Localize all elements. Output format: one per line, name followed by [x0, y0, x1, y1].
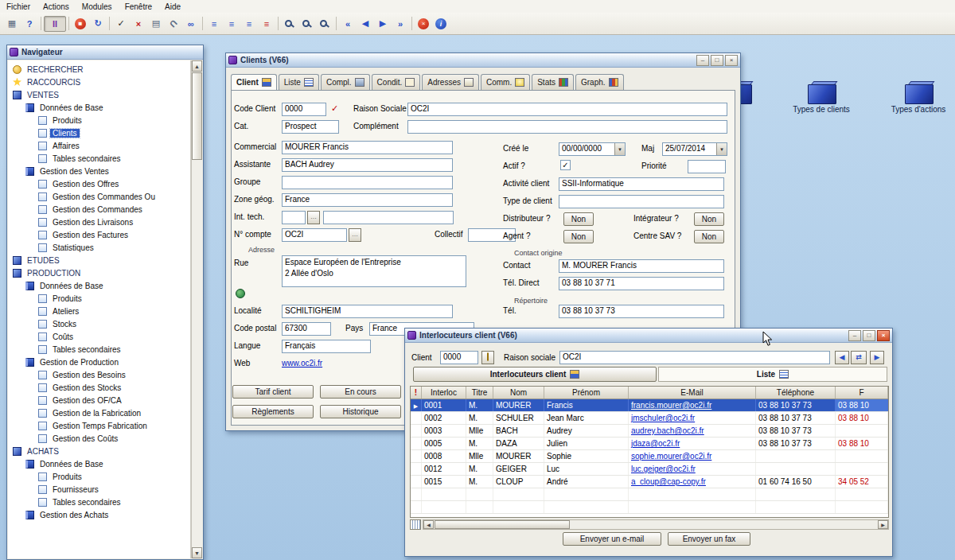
cell-email[interactable]: a_cloup@cap-copy.fr	[629, 476, 756, 488]
tree-item[interactable]: Gestion des OF/CA	[8, 394, 190, 406]
tel-direct-field[interactable]: 03 88 10 37 71	[559, 277, 724, 290]
cell-fax[interactable]	[836, 425, 888, 437]
info-icon[interactable]: i	[432, 16, 450, 32]
print-icon[interactable]: ▤	[147, 16, 165, 32]
maj-field[interactable]: 25/07/2014▼	[662, 142, 727, 156]
cree-le-field[interactable]: 00/00/0000▼	[559, 142, 626, 156]
cell-num[interactable]: 0012	[422, 463, 466, 475]
menu-fenetre[interactable]: Fenêtre	[119, 1, 158, 13]
filtered-list-icon[interactable]: ≡	[258, 16, 275, 32]
cell-prenom[interactable]: Francis	[544, 399, 629, 411]
scroll-left-icon[interactable]: ◀	[423, 520, 434, 529]
maximize-button[interactable]: □	[711, 55, 723, 66]
stop-icon[interactable]: ×	[415, 16, 432, 32]
tree-item[interactable]: VENTES	[8, 88, 190, 101]
next-record-button[interactable]: ▶	[870, 351, 884, 364]
tree-item[interactable]: Tables secondaires	[8, 496, 190, 508]
cell-nom[interactable]: BACH	[493, 425, 544, 437]
close-button[interactable]: ×	[725, 55, 738, 66]
cell-fax[interactable]	[836, 463, 888, 475]
cell-num[interactable]: 0005	[422, 438, 466, 449]
complement-field[interactable]	[407, 120, 727, 134]
priorite-field[interactable]	[688, 160, 726, 173]
centre-sav-toggle-button[interactable]: Non	[694, 230, 724, 243]
tree-item[interactable]: Coûts	[8, 330, 190, 343]
groupe-field[interactable]	[282, 176, 453, 189]
last-record-icon[interactable]: »	[392, 16, 409, 32]
assistante-field[interactable]: BACH Audrey	[282, 158, 453, 172]
table-row[interactable]: 0002M.SCHULERJean Marcjmschuler@oc2i.fr0…	[411, 412, 888, 425]
cell-num[interactable]: 0008	[422, 450, 466, 462]
code-validated-icon[interactable]: ✓	[331, 103, 338, 114]
cell-nom[interactable]: CLOUP	[493, 476, 544, 488]
tree-item[interactable]: Gestion de Production	[8, 356, 190, 368]
cell-tel[interactable]: 03 88 10 37 73	[756, 399, 836, 411]
tree-item[interactable]: PRODUCTION	[8, 266, 190, 279]
activite-client-field[interactable]: SSII-Informatique	[559, 177, 724, 191]
commercial-field[interactable]: MOURER Francis	[282, 141, 453, 154]
cell-prenom[interactable]: Luc	[544, 463, 629, 475]
navigator-titlebar[interactable]: Navigateur	[7, 45, 203, 60]
cell-titre[interactable]: M.	[466, 463, 493, 475]
cell-prenom[interactable]: Julien	[544, 438, 629, 449]
tab-compl[interactable]: Compl.	[321, 74, 370, 90]
cell-fax[interactable]: 03 88 10	[836, 438, 888, 449]
attachment-icon[interactable]: U	[165, 16, 182, 32]
tab-comm[interactable]: Comm.	[481, 74, 530, 90]
menu-actions[interactable]: Actions	[37, 1, 76, 13]
tree-item[interactable]: Gestion des Besoins	[8, 368, 190, 381]
en-cours-button[interactable]: En cours	[320, 385, 401, 399]
tree-item[interactable]: Gestion des Coûts	[8, 432, 190, 445]
cell-num[interactable]: 0003	[422, 425, 466, 437]
table-row[interactable]: 0003MlleBACHAudreyaudrey.bach@oc2i.fr03 …	[411, 425, 888, 438]
navigator-scrollbar[interactable]: ▲ ▼	[191, 60, 202, 558]
grid-icon[interactable]	[410, 519, 421, 530]
cell-prenom[interactable]: Audrey	[544, 425, 629, 437]
tree-item[interactable]: Affaires	[8, 139, 190, 152]
column-header[interactable]: Prénom	[544, 387, 629, 399]
tree-item[interactable]: RECHERCHER	[8, 63, 190, 76]
column-header[interactable]: Interloc	[422, 387, 466, 399]
distributeur-toggle-button[interactable]: Non	[563, 212, 594, 226]
cell-tel[interactable]: 03 88 10 37 73	[756, 412, 836, 424]
pause-button[interactable]: II	[44, 16, 66, 32]
link-icon[interactable]: ∞	[182, 16, 200, 32]
close-button[interactable]: ×	[877, 330, 890, 341]
tree-item[interactable]: ETUDES	[8, 254, 190, 266]
cell-nom[interactable]: GEIGER	[493, 463, 544, 475]
tree-item[interactable]: Gestion Temps Fabrication	[8, 419, 190, 432]
validate-icon[interactable]: ✓	[112, 16, 130, 32]
reglements-button[interactable]: Règlements	[232, 405, 314, 418]
tab-adresses[interactable]: Adresses	[422, 74, 479, 90]
integrateur-toggle-button[interactable]: Non	[694, 212, 724, 226]
tarif-client-button[interactable]: Tarif client	[232, 385, 314, 399]
cancel-icon[interactable]: ×	[130, 16, 147, 32]
scroll-right-icon[interactable]: ▶	[878, 520, 888, 529]
cell-titre[interactable]: M.	[466, 476, 493, 488]
client-code-field[interactable]: 0000	[440, 351, 478, 364]
cell-fax[interactable]: 34 05 52	[836, 476, 888, 488]
tab-graph[interactable]: Graph.	[575, 74, 624, 90]
minimize-button[interactable]: –	[696, 55, 709, 66]
tree-item[interactable]: Gestion des Commandes Ou	[8, 190, 190, 203]
cell-email[interactable]: francis.mourer@oc2i.fr	[629, 399, 756, 411]
cell-email[interactable]: jmschuler@oc2i.fr	[629, 412, 756, 424]
int-tech-browse-button[interactable]: …	[307, 211, 320, 224]
scrollbar-thumb[interactable]	[192, 72, 202, 160]
table-row[interactable]: 0012M.GEIGERLucluc.geiger@oc2i.fr	[411, 463, 888, 476]
historique-button[interactable]: Historique	[320, 405, 401, 418]
tree-item[interactable]: Tables secondaires	[8, 152, 190, 165]
list-view-icon[interactable]: ≡	[205, 16, 223, 32]
website-link[interactable]: www.oc2i.fr	[282, 359, 322, 368]
localite-field[interactable]: SCHILTIGHEIM	[282, 305, 453, 318]
column-header[interactable]: Nom	[493, 387, 544, 399]
actif-checkbox[interactable]: ✓	[560, 160, 571, 170]
form-icon[interactable]: ▦	[3, 16, 21, 32]
previous-record-icon[interactable]: ◀	[357, 16, 374, 32]
dropdown-arrow-icon[interactable]: ▼	[614, 143, 625, 155]
cell-prenom[interactable]: André	[544, 476, 629, 488]
cell-nom[interactable]: MOURER	[493, 450, 544, 462]
cell-tel[interactable]	[756, 450, 836, 462]
interlocuteurs-titlebar[interactable]: Interlocuteurs client (V66) – □ ×	[405, 329, 892, 343]
tree-item[interactable]: Gestion des Stocks	[8, 381, 190, 394]
